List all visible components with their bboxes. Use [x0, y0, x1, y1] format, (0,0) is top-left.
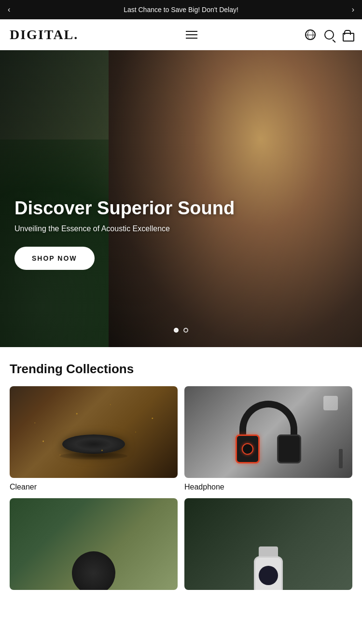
- hero-subtitle: Unveiling the Essence of Acoustic Excell…: [14, 224, 348, 233]
- collection-image-4: [184, 498, 352, 590]
- collection-label-headphone: Headphone: [184, 483, 224, 491]
- logo: DIGITAL.: [10, 27, 78, 42]
- collection-image-headphone: [184, 386, 352, 478]
- bag-icon: [343, 30, 352, 40]
- hero-section: Discover Superior Sound Unveiling the Es…: [0, 50, 362, 347]
- hamburger-line-2: [186, 34, 197, 35]
- header: DIGITAL.: [0, 19, 362, 50]
- collection-item-headphone[interactable]: Headphone: [184, 386, 352, 491]
- announcement-prev-button[interactable]: ‹: [0, 5, 18, 14]
- headphone-shape: [239, 401, 297, 463]
- search-icon: [324, 30, 334, 40]
- header-icons: [305, 29, 352, 40]
- announcement-text: Last Chance to Save Big! Don't Delay!: [124, 6, 238, 14]
- collection-grid: Cleaner Headphone: [10, 386, 352, 595]
- headphone-ear-left: [236, 434, 260, 463]
- globe-icon: [305, 29, 316, 40]
- collection-item-4[interactable]: [184, 498, 352, 595]
- bag-button[interactable]: [343, 30, 352, 40]
- item3-image-bg: [10, 498, 178, 590]
- cleaner-dots: [10, 386, 178, 478]
- trending-section: Trending Collections Cleaner: [0, 347, 362, 604]
- watch-shape: [254, 556, 283, 590]
- collection-image-cleaner: [10, 386, 178, 478]
- headphone-arc: [239, 401, 297, 439]
- announcement-next-button[interactable]: ›: [344, 5, 362, 14]
- cleaner-image-bg: [10, 386, 178, 478]
- trending-title: Trending Collections: [10, 362, 352, 377]
- shop-now-button[interactable]: SHOP NOW: [14, 247, 95, 270]
- hamburger-line-3: [186, 38, 197, 39]
- collection-item-cleaner[interactable]: Cleaner: [10, 386, 178, 491]
- globe-button[interactable]: [305, 29, 316, 40]
- hero-content: Discover Superior Sound Unveiling the Es…: [14, 198, 348, 270]
- collection-image-3: [10, 498, 178, 590]
- headphone-ear-right: [277, 434, 301, 463]
- collection-item-3[interactable]: [10, 498, 178, 595]
- hero-title: Discover Superior Sound: [14, 198, 348, 219]
- announcement-bar: ‹ Last Chance to Save Big! Don't Delay! …: [0, 0, 362, 19]
- hero-dot-1[interactable]: [174, 328, 179, 333]
- headphone-image-bg: [184, 386, 352, 478]
- item4-image-bg: [184, 498, 352, 590]
- menu-button[interactable]: [186, 31, 197, 39]
- search-button[interactable]: [324, 30, 334, 40]
- hero-dot-2[interactable]: [183, 328, 188, 333]
- hamburger-line-1: [186, 31, 197, 32]
- hero-dots: [174, 328, 188, 333]
- collection-label-cleaner: Cleaner: [10, 483, 37, 491]
